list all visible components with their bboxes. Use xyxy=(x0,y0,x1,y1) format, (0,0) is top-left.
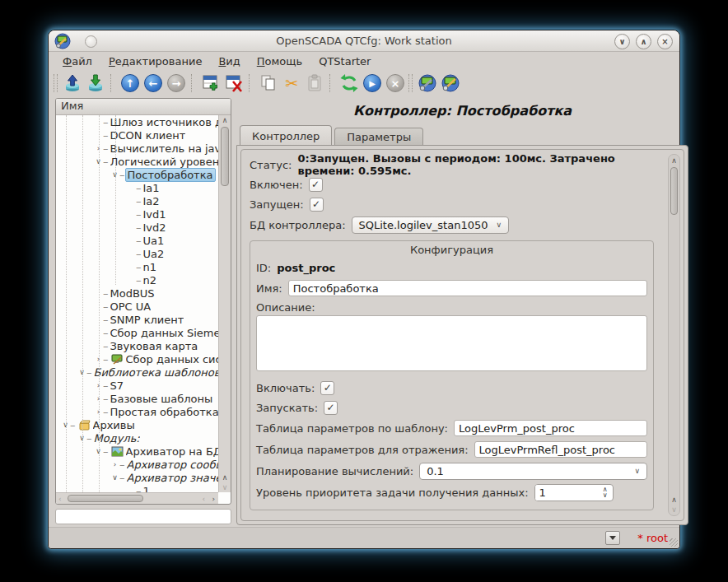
start-button[interactable]: ▶ xyxy=(361,72,384,94)
tree-item[interactable]: ∨–Постобработка xyxy=(56,168,218,181)
tree-item[interactable]: ∨–Архиватор на БД xyxy=(56,445,218,458)
tree-filter-input[interactable] xyxy=(55,509,231,524)
enabled-checkbox[interactable]: ✓ xyxy=(309,178,323,192)
scroll-up-icon[interactable]: ∧ xyxy=(219,473,231,482)
tree-item[interactable]: ›–Простая обработка xyxy=(56,405,218,418)
tree-item[interactable]: ›–Вычислитель на java по xyxy=(56,142,218,155)
scrollbar-thumb[interactable] xyxy=(670,167,678,215)
vision-window-button[interactable] xyxy=(439,72,462,94)
menu-item[interactable]: QTStarter xyxy=(311,54,378,69)
user-dropdown-button[interactable] xyxy=(605,531,620,545)
load-button[interactable] xyxy=(61,72,84,94)
resize-grip[interactable] xyxy=(670,538,678,547)
tree-item[interactable]: ∨–Модуль: xyxy=(56,431,218,445)
tree-item[interactable]: –Ivd2 xyxy=(56,221,218,234)
schedule-combobox[interactable]: 0.1 ∨ xyxy=(419,463,647,480)
expand-icon[interactable]: › xyxy=(110,460,119,468)
menu-item[interactable]: Редактирование xyxy=(101,54,209,69)
scroll-down-icon[interactable]: ∨ xyxy=(669,505,679,514)
tree-item[interactable]: ›–Архиватор сообще xyxy=(56,458,218,471)
close-button[interactable]: × xyxy=(657,34,673,49)
scroll-up-icon[interactable]: ∧ xyxy=(219,115,231,125)
qtcfg-window-button[interactable] xyxy=(416,72,439,94)
form-vertical-scrollbar[interactable]: ∧ ∧ ∨ xyxy=(668,154,680,516)
tree-item[interactable]: –Ia2 xyxy=(56,194,218,207)
tree-item[interactable]: –OPC UA xyxy=(56,300,218,313)
scrollbar-thumb[interactable] xyxy=(68,495,143,502)
priority-spinbox[interactable]: ∧ ∨ xyxy=(534,484,614,501)
add-item-button[interactable] xyxy=(199,72,222,94)
tree-item[interactable]: –ModBUS xyxy=(56,286,218,300)
tree-item[interactable]: ›–Базовые шаблоны xyxy=(56,392,218,405)
tree-vertical-scrollbar[interactable]: ∧ ∧ ∨ xyxy=(218,115,231,492)
stop-button[interactable]: × xyxy=(384,72,407,94)
tree-item[interactable]: ›–Сбор данных систе xyxy=(56,352,218,365)
toolbar-handle[interactable] xyxy=(408,74,413,92)
tree-item[interactable]: –Ua2 xyxy=(56,247,218,260)
id-label: ID: xyxy=(256,262,271,274)
status-bar: * root xyxy=(49,527,679,548)
name-input[interactable] xyxy=(288,280,647,296)
save-button[interactable] xyxy=(84,72,107,94)
menu-item[interactable]: Помощь xyxy=(250,54,310,69)
tree-horizontal-scrollbar[interactable]: ‹ ‹ › xyxy=(56,492,218,504)
tree-item[interactable]: –Звуковая карта xyxy=(56,339,218,352)
up-button[interactable]: ↑ xyxy=(119,72,142,94)
enable-checkbox[interactable]: ✓ xyxy=(320,381,334,395)
tree-item[interactable]: ∨–Библиотека шаблонов: xyxy=(56,365,218,379)
back-button[interactable]: ← xyxy=(142,72,165,94)
tree-item[interactable]: –n2 xyxy=(56,273,218,286)
scroll-right-icon[interactable]: › xyxy=(212,493,215,505)
refresh-button[interactable] xyxy=(338,72,361,94)
collapse-icon[interactable]: ∨ xyxy=(110,473,119,482)
running-checkbox[interactable]: ✓ xyxy=(310,198,324,212)
tree-item[interactable]: –Ia1 xyxy=(56,181,218,194)
tree-item-label: OPC UA xyxy=(110,300,152,313)
paste-button[interactable] xyxy=(303,72,326,94)
scroll-up-icon[interactable]: ∧ xyxy=(669,156,679,165)
scroll-left-icon[interactable]: ‹ xyxy=(202,493,205,505)
forward-button[interactable]: → xyxy=(165,72,188,94)
scrollbar-thumb[interactable] xyxy=(221,127,229,186)
tree-item[interactable]: –Ua1 xyxy=(56,234,218,247)
tab-parameters[interactable]: Параметры xyxy=(334,128,423,145)
priority-input[interactable] xyxy=(535,485,598,501)
tree-item[interactable]: –Сбор данных Siemens xyxy=(56,326,218,339)
table-template-input[interactable] xyxy=(454,420,647,436)
panel-splitter[interactable] xyxy=(232,96,236,525)
tree-item[interactable]: –Ivd1 xyxy=(56,207,218,221)
menu-item[interactable]: Вид xyxy=(211,54,247,69)
copy-button[interactable] xyxy=(257,72,280,94)
tree-item[interactable]: ∨–Архивы xyxy=(56,418,218,431)
description-textarea[interactable] xyxy=(256,315,647,371)
tree-item[interactable]: –Шлюз источников данн xyxy=(56,115,218,128)
menu-item[interactable]: Файл xyxy=(55,54,100,69)
system-data-icon xyxy=(111,354,124,365)
tree-item[interactable]: ›–S7 xyxy=(56,379,218,392)
cut-button[interactable]: ✂ xyxy=(280,72,303,94)
tree-header[interactable]: Имя xyxy=(56,99,231,115)
tree-item[interactable]: ∨–Архиватор значени xyxy=(56,471,218,484)
tree-item[interactable]: ∨–Логический уровень xyxy=(56,155,218,168)
branch-line: – xyxy=(103,340,109,352)
shade-button[interactable]: ∨ xyxy=(614,34,630,49)
maximize-button[interactable]: ∧ xyxy=(636,34,651,49)
tree-item[interactable]: –SNMP клиент xyxy=(56,313,218,326)
branch-line: – xyxy=(103,116,109,128)
scroll-left-icon[interactable]: ‹ xyxy=(58,493,62,505)
branch-line: – xyxy=(103,300,109,313)
title-bar[interactable]: OpenSCADA QTCfg: Work station ∨ ∧ × xyxy=(49,30,679,52)
tree-item-label: Постобработка xyxy=(125,168,216,182)
delete-item-button[interactable] xyxy=(222,72,245,94)
scroll-up-icon[interactable]: ∧ xyxy=(669,495,679,505)
spin-down-icon[interactable]: ∨ xyxy=(603,492,608,498)
scroll-down-icon[interactable]: ∨ xyxy=(219,482,231,492)
run-checkbox[interactable]: ✓ xyxy=(324,401,338,415)
controller-db-select[interactable]: SQLite.logilev_stan1050 ∨ xyxy=(352,217,510,234)
tree-item[interactable]: –1 xyxy=(56,484,218,492)
table-reflection-input[interactable] xyxy=(474,441,647,458)
tab-controller[interactable]: Контроллер xyxy=(240,125,332,145)
tree-item[interactable]: –n1 xyxy=(56,260,218,273)
toolbar-handle[interactable] xyxy=(54,74,58,92)
tree-item[interactable]: –DCON клиент xyxy=(56,128,218,142)
